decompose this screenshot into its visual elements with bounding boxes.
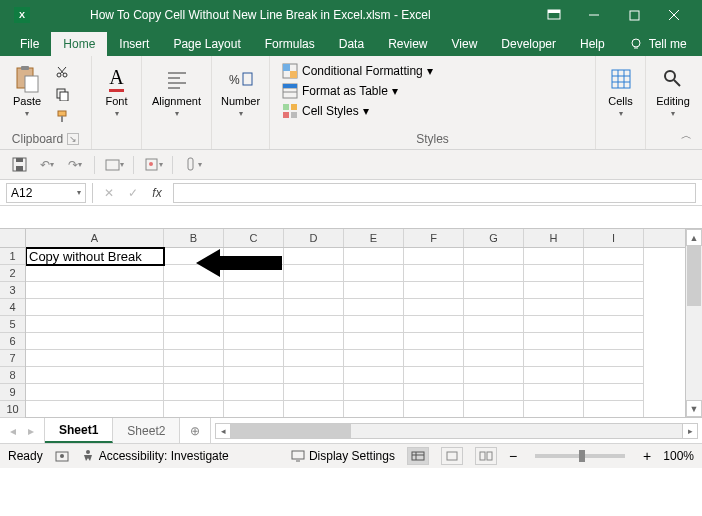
cell[interactable] xyxy=(344,350,404,367)
sheet-tab-active[interactable]: Sheet1 xyxy=(45,418,113,443)
cell[interactable] xyxy=(224,384,284,401)
zoom-level[interactable]: 100% xyxy=(663,449,694,463)
cell[interactable] xyxy=(26,333,164,350)
cell[interactable] xyxy=(224,282,284,299)
vertical-scrollbar[interactable]: ▲ ▼ xyxy=(685,229,702,417)
row-header[interactable]: 5 xyxy=(0,316,25,333)
cell[interactable] xyxy=(524,265,584,282)
row-header[interactable]: 10 xyxy=(0,401,25,418)
sheet-prev-button[interactable]: ◂ xyxy=(6,424,20,438)
cell[interactable] xyxy=(524,367,584,384)
cancel-formula-button[interactable]: ✕ xyxy=(99,183,119,203)
font-dropdown[interactable]: A Font ▾ xyxy=(98,60,135,123)
tab-view[interactable]: View xyxy=(440,32,490,56)
cell[interactable] xyxy=(464,248,524,265)
format-as-table-button[interactable]: Format as Table ▾ xyxy=(280,82,435,100)
cell[interactable] xyxy=(404,248,464,265)
column-header[interactable]: B xyxy=(164,229,224,247)
cell[interactable] xyxy=(524,248,584,265)
copy-button[interactable] xyxy=(52,84,72,104)
cell[interactable] xyxy=(26,282,164,299)
scroll-right-button[interactable]: ▸ xyxy=(682,423,698,439)
cell[interactable] xyxy=(524,333,584,350)
cell[interactable] xyxy=(524,401,584,417)
cell[interactable] xyxy=(404,265,464,282)
cell[interactable] xyxy=(284,384,344,401)
row-header[interactable]: 8 xyxy=(0,367,25,384)
row-header[interactable]: 9 xyxy=(0,384,25,401)
cell[interactable] xyxy=(284,350,344,367)
cell[interactable] xyxy=(284,282,344,299)
cell[interactable] xyxy=(164,333,224,350)
sheet-tab[interactable]: Sheet2 xyxy=(113,418,180,443)
cell[interactable] xyxy=(524,282,584,299)
cell[interactable] xyxy=(584,248,644,265)
cell[interactable] xyxy=(404,333,464,350)
redo-button[interactable]: ↷▾ xyxy=(64,154,86,176)
cell[interactable] xyxy=(464,367,524,384)
tell-me[interactable]: Tell me xyxy=(617,32,699,56)
cell[interactable] xyxy=(344,316,404,333)
scroll-down-button[interactable]: ▼ xyxy=(686,400,702,417)
insert-function-button[interactable]: fx xyxy=(147,183,167,203)
cell[interactable] xyxy=(344,265,404,282)
cell[interactable] xyxy=(284,299,344,316)
cell[interactable] xyxy=(584,282,644,299)
cell[interactable] xyxy=(404,350,464,367)
cell[interactable] xyxy=(404,401,464,417)
cell[interactable] xyxy=(224,401,284,417)
cell[interactable] xyxy=(284,367,344,384)
cell[interactable] xyxy=(464,299,524,316)
cell[interactable] xyxy=(224,367,284,384)
cell[interactable] xyxy=(464,316,524,333)
tab-formulas[interactable]: Formulas xyxy=(253,32,327,56)
column-header[interactable]: C xyxy=(224,229,284,247)
scroll-thumb[interactable] xyxy=(231,424,351,438)
name-box[interactable]: A12▾ xyxy=(6,183,86,203)
cell[interactable] xyxy=(26,384,164,401)
row-header[interactable]: 2 xyxy=(0,265,25,282)
cell[interactable] xyxy=(524,350,584,367)
paste-button[interactable]: Paste ▾ xyxy=(6,60,48,123)
cell[interactable] xyxy=(164,316,224,333)
cell[interactable] xyxy=(584,384,644,401)
column-header[interactable]: I xyxy=(584,229,644,247)
cell[interactable] xyxy=(164,384,224,401)
cell-styles-button[interactable]: Cell Styles ▾ xyxy=(280,102,435,120)
cell[interactable] xyxy=(344,248,404,265)
cell[interactable] xyxy=(284,316,344,333)
zoom-thumb[interactable] xyxy=(579,450,585,462)
alignment-dropdown[interactable]: Alignment ▾ xyxy=(148,60,205,123)
cell[interactable] xyxy=(404,299,464,316)
tab-file[interactable]: File xyxy=(8,32,51,56)
cell[interactable] xyxy=(284,401,344,417)
format-painter-button[interactable] xyxy=(52,106,72,126)
accessibility-status[interactable]: Accessibility: Investigate xyxy=(81,449,229,463)
zoom-out-button[interactable]: − xyxy=(509,448,517,464)
cell[interactable] xyxy=(464,350,524,367)
horizontal-scrollbar[interactable]: ◂ ▸ xyxy=(215,423,698,439)
maximize-button[interactable] xyxy=(614,0,654,30)
cell[interactable] xyxy=(26,265,164,282)
cell[interactable] xyxy=(26,350,164,367)
qat-button-2[interactable]: ▾ xyxy=(142,154,164,176)
cell[interactable] xyxy=(584,299,644,316)
cell[interactable] xyxy=(284,333,344,350)
display-settings[interactable]: Display Settings xyxy=(291,449,395,463)
cell[interactable] xyxy=(344,401,404,417)
ribbon-display-options[interactable] xyxy=(534,0,574,30)
zoom-slider[interactable] xyxy=(535,454,625,458)
tab-insert[interactable]: Insert xyxy=(107,32,161,56)
cell[interactable] xyxy=(464,401,524,417)
qat-button-1[interactable]: ▾ xyxy=(103,154,125,176)
column-header[interactable]: D xyxy=(284,229,344,247)
tab-developer[interactable]: Developer xyxy=(489,32,568,56)
cell[interactable] xyxy=(344,333,404,350)
cell[interactable] xyxy=(584,350,644,367)
sheet-next-button[interactable]: ▸ xyxy=(24,424,38,438)
collapse-ribbon-button[interactable]: ︿ xyxy=(681,128,692,143)
cell[interactable] xyxy=(26,401,164,417)
row-header[interactable]: 1 xyxy=(0,248,25,265)
cut-button[interactable] xyxy=(52,62,72,82)
column-header[interactable]: H xyxy=(524,229,584,247)
